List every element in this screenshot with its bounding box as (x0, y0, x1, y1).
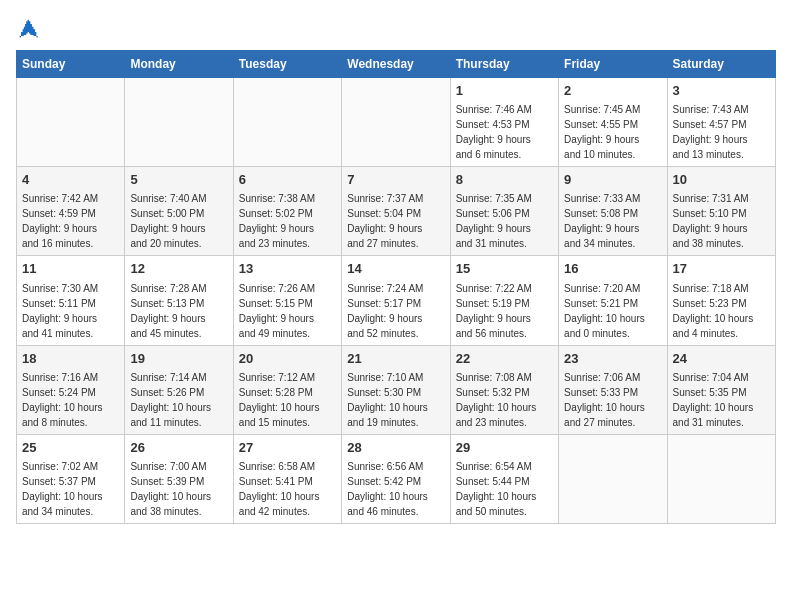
day-number: 17 (673, 260, 770, 278)
day-number: 4 (22, 171, 119, 189)
day-number: 13 (239, 260, 336, 278)
day-info: Sunrise: 7:14 AM Sunset: 5:26 PM Dayligh… (130, 370, 227, 430)
calendar-cell: 23Sunrise: 7:06 AM Sunset: 5:33 PM Dayli… (559, 345, 667, 434)
day-info: Sunrise: 6:56 AM Sunset: 5:42 PM Dayligh… (347, 459, 444, 519)
column-header-wednesday: Wednesday (342, 51, 450, 78)
day-info: Sunrise: 7:00 AM Sunset: 5:39 PM Dayligh… (130, 459, 227, 519)
day-number: 2 (564, 82, 661, 100)
calendar-cell (125, 78, 233, 167)
calendar-cell: 27Sunrise: 6:58 AM Sunset: 5:41 PM Dayli… (233, 434, 341, 523)
calendar-cell: 6Sunrise: 7:38 AM Sunset: 5:02 PM Daylig… (233, 167, 341, 256)
calendar-cell: 28Sunrise: 6:56 AM Sunset: 5:42 PM Dayli… (342, 434, 450, 523)
day-number: 22 (456, 350, 553, 368)
day-info: Sunrise: 7:16 AM Sunset: 5:24 PM Dayligh… (22, 370, 119, 430)
calendar-cell: 29Sunrise: 6:54 AM Sunset: 5:44 PM Dayli… (450, 434, 558, 523)
day-info: Sunrise: 7:02 AM Sunset: 5:37 PM Dayligh… (22, 459, 119, 519)
calendar-cell: 26Sunrise: 7:00 AM Sunset: 5:39 PM Dayli… (125, 434, 233, 523)
calendar-cell: 13Sunrise: 7:26 AM Sunset: 5:15 PM Dayli… (233, 256, 341, 345)
calendar-week-1: 1Sunrise: 7:46 AM Sunset: 4:53 PM Daylig… (17, 78, 776, 167)
calendar-week-4: 18Sunrise: 7:16 AM Sunset: 5:24 PM Dayli… (17, 345, 776, 434)
day-info: Sunrise: 6:54 AM Sunset: 5:44 PM Dayligh… (456, 459, 553, 519)
day-number: 28 (347, 439, 444, 457)
calendar-cell: 17Sunrise: 7:18 AM Sunset: 5:23 PM Dayli… (667, 256, 775, 345)
day-info: Sunrise: 7:40 AM Sunset: 5:00 PM Dayligh… (130, 191, 227, 251)
day-info: Sunrise: 7:38 AM Sunset: 5:02 PM Dayligh… (239, 191, 336, 251)
day-number: 1 (456, 82, 553, 100)
day-number: 3 (673, 82, 770, 100)
day-number: 8 (456, 171, 553, 189)
calendar-cell: 9Sunrise: 7:33 AM Sunset: 5:08 PM Daylig… (559, 167, 667, 256)
day-number: 9 (564, 171, 661, 189)
calendar-cell (342, 78, 450, 167)
day-info: Sunrise: 7:28 AM Sunset: 5:13 PM Dayligh… (130, 281, 227, 341)
calendar-cell: 7Sunrise: 7:37 AM Sunset: 5:04 PM Daylig… (342, 167, 450, 256)
day-info: Sunrise: 7:08 AM Sunset: 5:32 PM Dayligh… (456, 370, 553, 430)
day-number: 15 (456, 260, 553, 278)
day-number: 12 (130, 260, 227, 278)
day-number: 10 (673, 171, 770, 189)
calendar-cell: 11Sunrise: 7:30 AM Sunset: 5:11 PM Dayli… (17, 256, 125, 345)
logo: ⮝ (16, 16, 40, 42)
day-number: 26 (130, 439, 227, 457)
calendar-week-5: 25Sunrise: 7:02 AM Sunset: 5:37 PM Dayli… (17, 434, 776, 523)
day-info: Sunrise: 7:43 AM Sunset: 4:57 PM Dayligh… (673, 102, 770, 162)
calendar-cell: 14Sunrise: 7:24 AM Sunset: 5:17 PM Dayli… (342, 256, 450, 345)
calendar-header-row: SundayMondayTuesdayWednesdayThursdayFrid… (17, 51, 776, 78)
day-number: 29 (456, 439, 553, 457)
day-number: 14 (347, 260, 444, 278)
calendar-cell: 22Sunrise: 7:08 AM Sunset: 5:32 PM Dayli… (450, 345, 558, 434)
calendar-cell (667, 434, 775, 523)
day-info: Sunrise: 7:20 AM Sunset: 5:21 PM Dayligh… (564, 281, 661, 341)
column-header-friday: Friday (559, 51, 667, 78)
calendar-cell: 3Sunrise: 7:43 AM Sunset: 4:57 PM Daylig… (667, 78, 775, 167)
day-number: 6 (239, 171, 336, 189)
day-number: 20 (239, 350, 336, 368)
calendar-cell: 20Sunrise: 7:12 AM Sunset: 5:28 PM Dayli… (233, 345, 341, 434)
calendar-cell (559, 434, 667, 523)
column-header-saturday: Saturday (667, 51, 775, 78)
day-info: Sunrise: 7:10 AM Sunset: 5:30 PM Dayligh… (347, 370, 444, 430)
day-number: 23 (564, 350, 661, 368)
calendar-cell: 19Sunrise: 7:14 AM Sunset: 5:26 PM Dayli… (125, 345, 233, 434)
day-info: Sunrise: 7:18 AM Sunset: 5:23 PM Dayligh… (673, 281, 770, 341)
column-header-sunday: Sunday (17, 51, 125, 78)
calendar-cell: 1Sunrise: 7:46 AM Sunset: 4:53 PM Daylig… (450, 78, 558, 167)
day-info: Sunrise: 7:31 AM Sunset: 5:10 PM Dayligh… (673, 191, 770, 251)
calendar-cell: 15Sunrise: 7:22 AM Sunset: 5:19 PM Dayli… (450, 256, 558, 345)
day-info: Sunrise: 7:42 AM Sunset: 4:59 PM Dayligh… (22, 191, 119, 251)
column-header-monday: Monday (125, 51, 233, 78)
day-info: Sunrise: 7:37 AM Sunset: 5:04 PM Dayligh… (347, 191, 444, 251)
day-info: Sunrise: 7:30 AM Sunset: 5:11 PM Dayligh… (22, 281, 119, 341)
calendar-cell: 25Sunrise: 7:02 AM Sunset: 5:37 PM Dayli… (17, 434, 125, 523)
calendar-cell: 12Sunrise: 7:28 AM Sunset: 5:13 PM Dayli… (125, 256, 233, 345)
day-info: Sunrise: 7:45 AM Sunset: 4:55 PM Dayligh… (564, 102, 661, 162)
column-header-tuesday: Tuesday (233, 51, 341, 78)
day-number: 16 (564, 260, 661, 278)
calendar-table: SundayMondayTuesdayWednesdayThursdayFrid… (16, 50, 776, 524)
day-number: 18 (22, 350, 119, 368)
calendar-cell: 5Sunrise: 7:40 AM Sunset: 5:00 PM Daylig… (125, 167, 233, 256)
day-number: 7 (347, 171, 444, 189)
calendar-cell: 4Sunrise: 7:42 AM Sunset: 4:59 PM Daylig… (17, 167, 125, 256)
day-info: Sunrise: 7:33 AM Sunset: 5:08 PM Dayligh… (564, 191, 661, 251)
day-info: Sunrise: 7:12 AM Sunset: 5:28 PM Dayligh… (239, 370, 336, 430)
calendar-cell: 24Sunrise: 7:04 AM Sunset: 5:35 PM Dayli… (667, 345, 775, 434)
calendar-cell: 8Sunrise: 7:35 AM Sunset: 5:06 PM Daylig… (450, 167, 558, 256)
calendar-cell: 2Sunrise: 7:45 AM Sunset: 4:55 PM Daylig… (559, 78, 667, 167)
day-info: Sunrise: 7:24 AM Sunset: 5:17 PM Dayligh… (347, 281, 444, 341)
calendar-cell: 18Sunrise: 7:16 AM Sunset: 5:24 PM Dayli… (17, 345, 125, 434)
day-info: Sunrise: 7:22 AM Sunset: 5:19 PM Dayligh… (456, 281, 553, 341)
day-number: 19 (130, 350, 227, 368)
day-number: 27 (239, 439, 336, 457)
day-number: 25 (22, 439, 119, 457)
day-number: 24 (673, 350, 770, 368)
calendar-week-3: 11Sunrise: 7:30 AM Sunset: 5:11 PM Dayli… (17, 256, 776, 345)
day-info: Sunrise: 7:06 AM Sunset: 5:33 PM Dayligh… (564, 370, 661, 430)
calendar-cell: 21Sunrise: 7:10 AM Sunset: 5:30 PM Dayli… (342, 345, 450, 434)
day-info: Sunrise: 7:35 AM Sunset: 5:06 PM Dayligh… (456, 191, 553, 251)
day-info: Sunrise: 7:26 AM Sunset: 5:15 PM Dayligh… (239, 281, 336, 341)
day-info: Sunrise: 6:58 AM Sunset: 5:41 PM Dayligh… (239, 459, 336, 519)
calendar-cell: 10Sunrise: 7:31 AM Sunset: 5:10 PM Dayli… (667, 167, 775, 256)
calendar-cell (233, 78, 341, 167)
calendar-cell: 16Sunrise: 7:20 AM Sunset: 5:21 PM Dayli… (559, 256, 667, 345)
